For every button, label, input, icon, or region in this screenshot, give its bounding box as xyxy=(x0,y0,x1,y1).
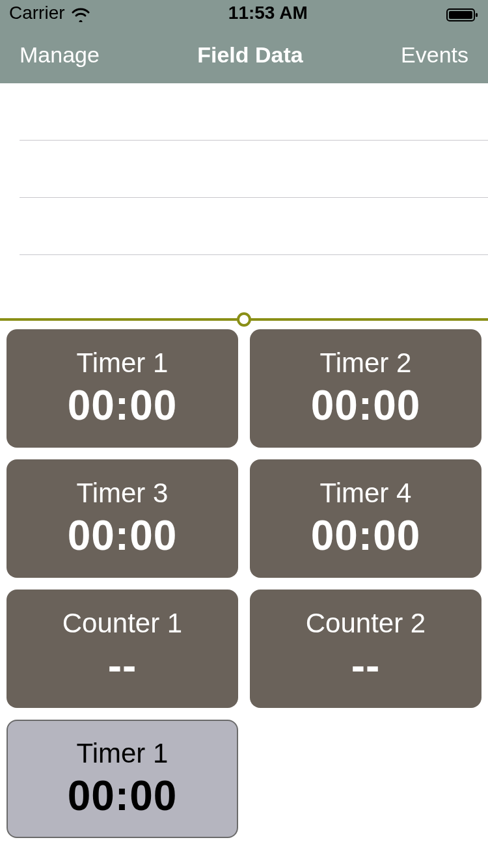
card-value: 00:00 xyxy=(311,511,421,560)
page-title: Field Data xyxy=(197,42,303,68)
card-value: -- xyxy=(108,642,137,690)
nav-bar: Manage Field Data Events xyxy=(0,26,488,83)
card-label: Counter 2 xyxy=(306,608,426,639)
counter-card-1[interactable]: Counter 1 -- xyxy=(7,590,238,708)
card-label: Timer 3 xyxy=(77,478,169,509)
wifi-icon xyxy=(72,6,90,20)
cards-grid: Timer 1 00:00 Timer 2 00:00 Timer 3 00:0… xyxy=(0,329,488,838)
card-value: 00:00 xyxy=(68,381,178,429)
battery-icon xyxy=(446,6,479,20)
timeline-slider[interactable] xyxy=(0,310,488,329)
counter-card-2[interactable]: Counter 2 -- xyxy=(250,590,481,708)
svg-rect-1 xyxy=(449,11,472,19)
nav-events-button[interactable]: Events xyxy=(401,42,468,68)
timer-card-2[interactable]: Timer 2 00:00 xyxy=(250,329,481,448)
status-bar: Carrier 11:53 AM xyxy=(0,0,488,26)
list-row[interactable] xyxy=(20,83,488,141)
card-value: 00:00 xyxy=(68,772,178,820)
nav-manage-button[interactable]: Manage xyxy=(20,42,100,68)
list-row[interactable] xyxy=(20,198,488,255)
list-area xyxy=(0,83,488,311)
status-left: Carrier xyxy=(9,3,90,23)
card-label: Timer 1 xyxy=(77,738,169,769)
card-label: Timer 2 xyxy=(320,347,412,379)
card-value: 00:00 xyxy=(68,511,178,560)
timer-card-3[interactable]: Timer 3 00:00 xyxy=(7,459,238,578)
timer-card-selected[interactable]: Timer 1 00:00 xyxy=(7,720,238,838)
list-row[interactable] xyxy=(20,141,488,198)
carrier-label: Carrier xyxy=(9,3,65,23)
clock-label: 11:53 AM xyxy=(228,3,308,23)
card-value: 00:00 xyxy=(311,381,421,429)
timer-card-1[interactable]: Timer 1 00:00 xyxy=(7,329,238,448)
timer-card-4[interactable]: Timer 4 00:00 xyxy=(250,459,481,578)
svg-rect-2 xyxy=(476,13,478,17)
card-label: Timer 1 xyxy=(77,347,169,379)
card-value: -- xyxy=(351,642,381,690)
card-label: Counter 1 xyxy=(62,608,182,639)
slider-thumb[interactable] xyxy=(237,312,251,327)
card-label: Timer 4 xyxy=(320,478,412,509)
